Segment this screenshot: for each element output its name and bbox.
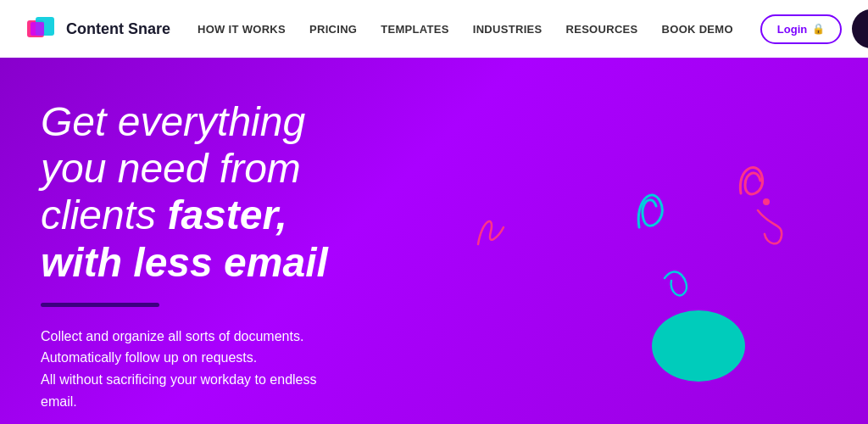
nav-how-it-works[interactable]: HOW IT WORKS (198, 23, 286, 36)
nav-resources[interactable]: RESOURCES (565, 23, 637, 36)
hero-headline: Get everything you need from clients fas… (41, 98, 448, 286)
headline-line1: Get everything (41, 99, 305, 144)
nav-book-demo[interactable]: BOOK DEMO (662, 23, 733, 36)
nav-pricing[interactable]: PRICING (309, 23, 357, 36)
start-trial-button[interactable]: Start My Trial → (852, 9, 868, 48)
brand-name: Content Snare (66, 20, 170, 38)
scribble-decoration (470, 210, 512, 253)
svg-point-3 (652, 310, 745, 382)
nav-right: Login 🔒 Start My Trial → (760, 9, 868, 48)
lock-icon: 🔒 (812, 23, 825, 35)
login-label: Login (777, 23, 807, 36)
logo[interactable]: Content Snare (27, 14, 170, 44)
headline-line2: you need from (41, 146, 301, 191)
login-button[interactable]: Login 🔒 (760, 14, 842, 44)
hero-content: Get everything you need from clients fas… (41, 98, 448, 424)
hero-description: Collect and organize all sorts of docume… (41, 326, 346, 412)
hero-divider (41, 303, 159, 307)
svg-point-4 (763, 198, 770, 205)
headline-bold: faster, (167, 192, 287, 237)
headline-line4: with less email (41, 240, 328, 285)
svg-rect-2 (31, 22, 44, 36)
headline-line3: clients (41, 192, 167, 237)
doodle-area (580, 126, 817, 397)
nav-industries[interactable]: INDUSTRIES (473, 23, 542, 36)
hero-section: Get everything you need from clients fas… (0, 58, 868, 424)
doodles-svg (580, 126, 817, 397)
nav-templates[interactable]: TEMPLATES (381, 23, 448, 36)
nav-links: HOW IT WORKS PRICING TEMPLATES INDUSTRIE… (198, 23, 733, 36)
logo-icon (27, 14, 58, 44)
navbar: Content Snare HOW IT WORKS PRICING TEMPL… (0, 0, 868, 58)
